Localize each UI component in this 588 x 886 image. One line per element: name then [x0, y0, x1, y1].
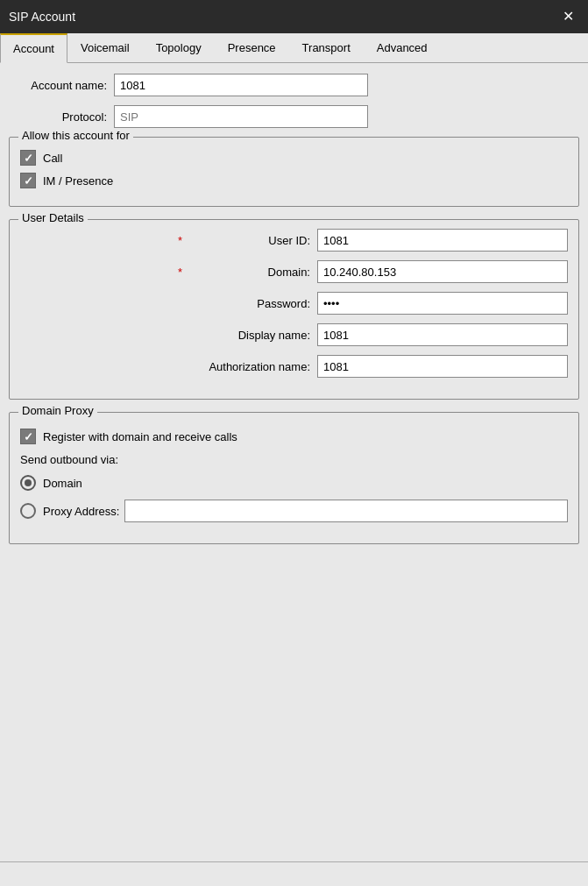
user-id-required: *	[178, 234, 182, 247]
proxy-radio-label: Proxy Address:	[43, 505, 119, 518]
close-button[interactable]: ✕	[557, 8, 579, 25]
allow-account-legend: Allow this account for	[18, 129, 133, 142]
auth-name-input[interactable]	[317, 355, 568, 378]
call-checkmark: ✓	[24, 152, 33, 165]
proxy-address-input[interactable]	[124, 500, 568, 522]
password-row: Password:	[20, 292, 568, 315]
content-area: Account name: Protocol: Allow this accou…	[0, 63, 588, 861]
password-input[interactable]	[317, 292, 568, 315]
call-checkbox-row: ✓ Call	[20, 150, 568, 166]
user-details-group: User Details * User ID: * Domain: Passwo…	[9, 219, 579, 400]
im-presence-checkmark: ✓	[24, 174, 33, 188]
tab-transport[interactable]: Transport	[289, 33, 364, 62]
im-presence-label: IM / Presence	[43, 174, 113, 188]
allow-account-group: Allow this account for ✓ Call ✓ IM / Pre…	[9, 137, 579, 207]
call-label: Call	[43, 152, 62, 165]
window-title: SIP Account	[9, 10, 75, 24]
user-details-legend: User Details	[18, 211, 88, 224]
domain-radio-inner	[25, 479, 32, 486]
domain-radio[interactable]	[20, 475, 36, 491]
domain-proxy-legend: Domain Proxy	[18, 404, 97, 417]
protocol-input[interactable]	[114, 105, 368, 128]
domain-proxy-group: Domain Proxy ✓ Register with domain and …	[9, 412, 579, 544]
display-name-input[interactable]	[317, 323, 568, 346]
tab-voicemail[interactable]: Voicemail	[67, 33, 143, 62]
protocol-row: Protocol:	[9, 105, 579, 128]
tab-account[interactable]: Account	[0, 33, 67, 63]
tab-presence[interactable]: Presence	[215, 33, 289, 62]
tab-advanced[interactable]: Advanced	[364, 33, 441, 62]
password-label: Password:	[177, 297, 317, 310]
auth-name-row: Authorization name:	[20, 355, 568, 378]
account-name-label: Account name:	[9, 79, 114, 92]
register-checkmark: ✓	[24, 430, 33, 443]
domain-radio-label: Domain	[43, 477, 82, 490]
tab-bar: Account Voicemail Topology Presence Tran…	[0, 33, 588, 63]
send-outbound-label: Send outbound via:	[20, 453, 568, 466]
auth-name-label: Authorization name:	[151, 360, 317, 373]
im-presence-checkbox[interactable]: ✓	[20, 173, 36, 188]
window: SIP Account ✕ Account Voicemail Topology…	[0, 0, 588, 886]
domain-required: *	[178, 266, 182, 279]
domain-radio-row: Domain	[20, 475, 568, 491]
tab-topology[interactable]: Topology	[143, 33, 215, 62]
register-checkbox[interactable]: ✓	[20, 429, 36, 444]
call-checkbox[interactable]: ✓	[20, 150, 36, 166]
register-checkbox-row: ✓ Register with domain and receive calls	[20, 429, 568, 444]
account-name-row: Account name:	[9, 74, 579, 96]
proxy-radio[interactable]	[20, 503, 36, 519]
display-name-label: Display name:	[177, 329, 317, 342]
domain-input[interactable]	[317, 260, 568, 283]
user-id-input[interactable]	[317, 229, 568, 252]
protocol-label: Protocol:	[9, 110, 114, 124]
display-name-row: Display name:	[20, 323, 568, 346]
bottom-bar	[0, 861, 588, 886]
im-presence-checkbox-row: ✓ IM / Presence	[20, 173, 568, 188]
title-bar: SIP Account ✕	[0, 0, 588, 33]
proxy-radio-row: Proxy Address:	[20, 500, 568, 522]
register-label: Register with domain and receive calls	[43, 430, 237, 443]
domain-label: Domain:	[186, 266, 317, 279]
user-id-row: * User ID:	[20, 229, 568, 252]
account-name-input[interactable]	[114, 74, 368, 96]
domain-row: * Domain:	[20, 260, 568, 283]
user-id-label: User ID:	[186, 234, 317, 247]
